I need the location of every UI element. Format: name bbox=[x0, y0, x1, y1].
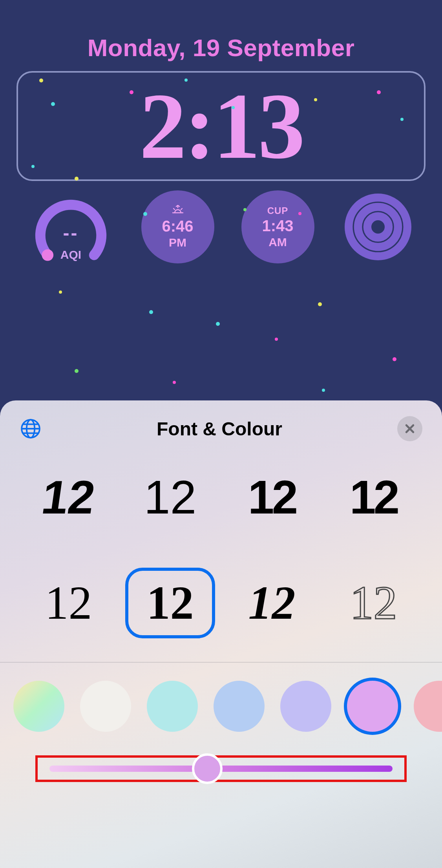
colour-swatch-5[interactable] bbox=[280, 681, 331, 732]
aqi-label: AQI bbox=[35, 248, 107, 261]
lockscreen-date[interactable]: Monday, 19 September bbox=[0, 0, 442, 62]
font-option-2[interactable]: 12 bbox=[125, 462, 215, 532]
sunset-icon bbox=[171, 205, 184, 217]
font-option-7[interactable]: 12 bbox=[227, 568, 317, 638]
star-dot bbox=[400, 118, 404, 121]
colour-slider-thumb[interactable] bbox=[192, 753, 223, 784]
star-dot bbox=[173, 381, 176, 384]
star-dot bbox=[59, 291, 62, 294]
worldclock-period: AM bbox=[268, 236, 287, 249]
lockscreen-time: 2:13 bbox=[139, 79, 303, 173]
globe-icon[interactable] bbox=[20, 418, 42, 440]
worldclock-time: 1:43 bbox=[262, 217, 293, 235]
font-colour-sheet: Font & Colour 12 12 12 12 12 12 12 12 bbox=[0, 400, 442, 868]
sheet-title: Font & Colour bbox=[157, 418, 282, 440]
font-option-3[interactable]: 12 bbox=[227, 462, 317, 532]
lockscreen-area: Monday, 19 September 2:13 -- AQI bbox=[0, 0, 442, 400]
widget-aqi[interactable]: -- AQI bbox=[28, 199, 114, 254]
star-dot bbox=[31, 165, 35, 168]
star-dot bbox=[75, 177, 79, 181]
star-dot bbox=[377, 90, 381, 94]
star-dot bbox=[216, 322, 220, 326]
star-dot bbox=[39, 79, 43, 82]
colour-slider-annotation-box bbox=[35, 755, 407, 782]
widget-sunset[interactable]: 6:46 PM bbox=[141, 190, 214, 263]
font-option-8[interactable]: 12 bbox=[329, 568, 418, 638]
star-dot bbox=[232, 106, 235, 109]
star-dot bbox=[298, 212, 301, 215]
colour-swatch-7[interactable] bbox=[414, 681, 442, 732]
close-button[interactable] bbox=[397, 416, 422, 441]
colour-swatches bbox=[0, 663, 442, 747]
star-dot bbox=[149, 310, 153, 314]
star-dot bbox=[130, 90, 133, 94]
colour-slider[interactable] bbox=[49, 766, 393, 772]
star-dot bbox=[314, 98, 317, 101]
star-dot bbox=[51, 102, 55, 106]
font-option-6[interactable]: 12 bbox=[125, 568, 215, 638]
sunset-time: 6:46 bbox=[162, 217, 193, 235]
svg-point-3 bbox=[367, 216, 388, 238]
colour-swatch-1[interactable] bbox=[13, 681, 64, 732]
star-dot bbox=[393, 357, 396, 361]
star-dot bbox=[318, 302, 322, 306]
font-option-1[interactable]: 12 bbox=[18, 462, 118, 532]
font-option-4[interactable]: 12 bbox=[329, 462, 418, 532]
star-dot bbox=[184, 79, 188, 82]
colour-swatch-4[interactable] bbox=[214, 681, 265, 732]
colour-swatch-6[interactable] bbox=[347, 681, 398, 732]
star-dot bbox=[275, 338, 278, 341]
widgets-row: -- AQI 6:46 PM CUP 1:43 AM bbox=[0, 181, 442, 263]
worldclock-city: CUP bbox=[267, 205, 289, 216]
font-option-5[interactable]: 12 bbox=[24, 568, 113, 638]
star-dot bbox=[322, 389, 325, 392]
widget-activity-rings[interactable] bbox=[342, 190, 415, 263]
font-grid: 12 12 12 12 12 12 12 12 bbox=[0, 446, 442, 662]
sunset-period: PM bbox=[169, 236, 186, 249]
star-dot bbox=[143, 212, 147, 216]
star-dot bbox=[243, 208, 247, 211]
aqi-value: -- bbox=[35, 222, 107, 244]
widget-worldclock[interactable]: CUP 1:43 AM bbox=[241, 190, 314, 263]
colour-swatch-3[interactable] bbox=[147, 681, 198, 732]
lockscreen-time-box[interactable]: 2:13 bbox=[16, 71, 426, 181]
colour-swatch-2[interactable] bbox=[80, 681, 131, 732]
star-dot bbox=[75, 369, 79, 373]
